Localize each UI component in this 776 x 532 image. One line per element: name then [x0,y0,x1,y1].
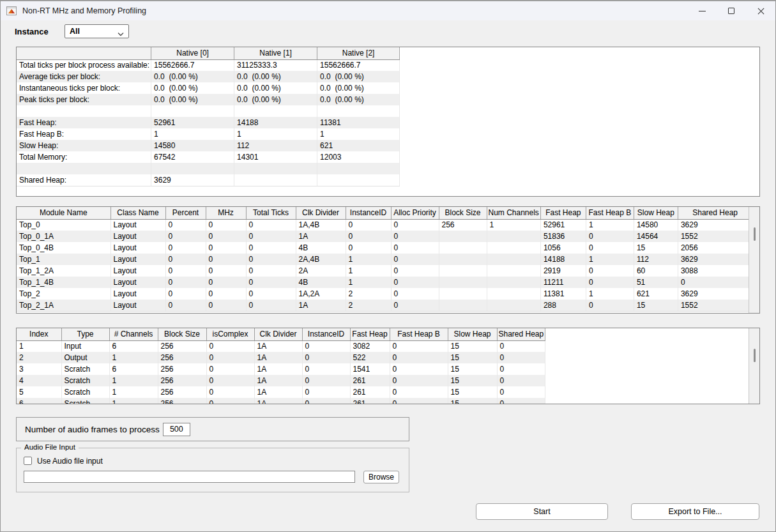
table-cell[interactable]: 1A [254,352,302,363]
table-cell[interactable]: 1A [254,398,302,404]
table-row[interactable]: Top_2_1ALayout0001A202880151552 [17,300,752,311]
table-cell[interactable] [487,242,540,254]
table-cell[interactable]: 52961 [151,117,234,128]
table-row[interactable] [17,163,400,174]
table-cell[interactable]: 0 [391,242,439,254]
table-cell[interactable]: 15 [448,340,497,352]
start-button[interactable]: Start [476,503,608,520]
table-row[interactable]: Top_1Layout0002A,4B101418811123629 [17,254,752,265]
table-cell[interactable]: 522 [350,352,390,363]
table-cell[interactable]: 1 [109,398,158,404]
table-cell[interactable]: 112 [234,140,317,151]
table-cell[interactable]: 0 [206,386,254,398]
table-cell[interactable]: 2 [17,352,61,363]
table-cell[interactable] [317,163,400,174]
table-cell[interactable]: 0 [165,219,206,231]
table-cell[interactable]: 0 [206,340,254,352]
table-cell[interactable]: Layout [110,242,165,254]
table-cell[interactable]: 1A,4B [296,219,346,231]
table-cell[interactable]: 6 [109,340,158,352]
table-cell[interactable]: 11381 [540,288,586,300]
table-cell[interactable]: 1 [109,352,158,363]
table-row[interactable]: 6Scratch125601A02610150 [17,398,545,404]
table-cell[interactable]: 621 [317,140,400,151]
vertical-scrollbar[interactable] [749,207,759,313]
table-row[interactable]: Fast Heap:529611418811381 [17,117,400,128]
table-cell[interactable]: Peak ticks per block: [17,94,151,105]
table-cell[interactable]: 0 [391,231,439,242]
table-cell[interactable] [439,254,487,265]
table-cell[interactable]: 1A [254,375,302,386]
table-cell[interactable]: 0 [346,219,391,231]
table-cell[interactable]: Layout [110,219,165,231]
table-cell[interactable]: 0 [586,242,634,254]
table-cell[interactable]: 0 [586,265,634,277]
table-row[interactable]: Average ticks per block:0.0 (0.00 %)0.0 … [17,71,400,82]
table-cell[interactable]: 31125333.3 [234,59,317,71]
table-cell[interactable]: 0 [246,277,296,288]
table-cell[interactable]: 14580 [151,140,234,151]
table-cell[interactable]: Scratch [61,375,109,386]
scrollbar-thumb[interactable] [754,349,756,362]
table-cell[interactable]: 0 [346,242,391,254]
table-cell[interactable]: 1 [317,128,400,140]
table-cell[interactable]: 0 [206,375,254,386]
table-cell[interactable]: 1056 [540,242,586,254]
table-cell[interactable] [487,265,540,277]
table-cell[interactable] [151,163,234,174]
table-row[interactable]: 1Input625601A030820150 [17,340,545,352]
table-cell[interactable]: 0 [302,340,350,352]
table-cell[interactable]: 0 [206,231,246,242]
table-row[interactable]: 5Scratch125601A02610150 [17,386,545,398]
table-cell[interactable]: 288 [540,300,586,311]
table-cell[interactable] [439,242,487,254]
table-cell[interactable]: 15562666.7 [151,59,234,71]
table-row[interactable]: 2Output125601A05220150 [17,352,545,363]
table-cell[interactable]: 1A [296,300,346,311]
table-row[interactable]: Top_0Layout0001A,4B002561529611145803629 [17,219,752,231]
table-cell[interactable]: Fast Heap B: [17,128,151,140]
table-cell[interactable]: Layout [110,231,165,242]
table-cell[interactable]: 0 [206,398,254,404]
table-cell[interactable] [17,105,151,117]
table-cell[interactable]: 0 [165,277,206,288]
table-cell[interactable]: 4B [296,277,346,288]
table-cell[interactable]: Fast Heap: [17,117,151,128]
table-cell[interactable]: 256 [158,363,206,375]
table-cell[interactable]: 1552 [678,300,752,311]
table-cell[interactable]: Top_0 [17,219,110,231]
table-cell[interactable]: 2 [346,300,391,311]
instance-dropdown[interactable]: All [65,24,129,38]
table-row[interactable]: Shared Heap:3629 [17,174,400,186]
table-cell[interactable]: 15 [634,242,678,254]
table-cell[interactable]: 60 [634,265,678,277]
table-cell[interactable]: 0 [206,352,254,363]
table-cell[interactable] [17,163,151,174]
table-cell[interactable]: 4B [296,242,346,254]
table-cell[interactable]: 0 [206,300,246,311]
table-cell[interactable]: 0 [246,288,296,300]
table-cell[interactable] [487,300,540,311]
table-cell[interactable]: Layout [110,300,165,311]
table-cell[interactable]: 3629 [151,174,234,186]
table-cell[interactable]: Slow Heap: [17,140,151,151]
table-cell[interactable]: 0 [497,352,545,363]
table-cell[interactable]: Scratch [61,363,109,375]
table-cell[interactable]: 1 [586,254,634,265]
table-row[interactable]: Total ticks per block process available:… [17,59,400,71]
table-cell[interactable]: 3082 [350,340,390,352]
table-cell[interactable]: 0 [391,219,439,231]
table-cell[interactable]: 1 [17,340,61,352]
table-cell[interactable]: 1A [254,340,302,352]
table-cell[interactable]: 0 [497,375,545,386]
table-row[interactable]: Top_1_2ALayout0002A1029190603088 [17,265,752,277]
table-cell[interactable]: 14188 [540,254,586,265]
table-cell[interactable]: 0.0 (0.00 %) [234,82,317,94]
table-cell[interactable] [487,277,540,288]
use-audio-file-checkbox[interactable] [24,457,32,465]
scrollbar-thumb[interactable] [754,227,756,241]
table-row[interactable]: 3Scratch625601A015410150 [17,363,545,375]
table-cell[interactable]: 6 [17,398,61,404]
table-cell[interactable]: 6 [109,363,158,375]
table-cell[interactable] [234,105,317,117]
